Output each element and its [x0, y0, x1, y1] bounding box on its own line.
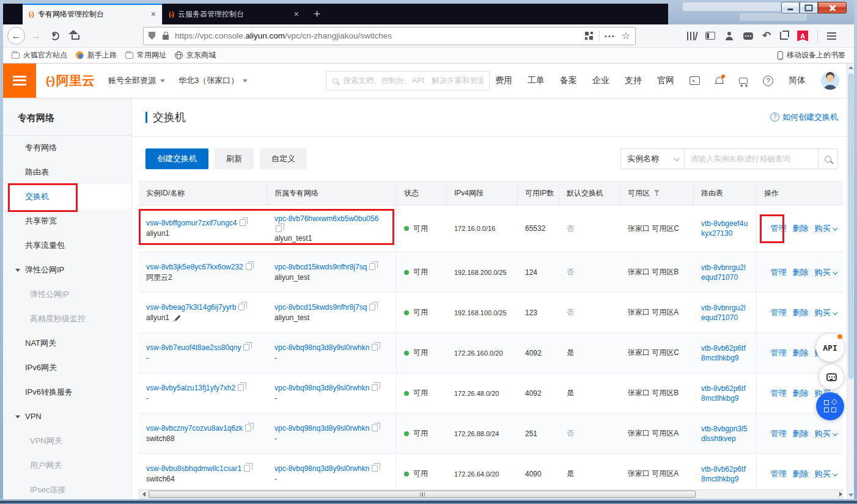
sidebar-item-ipsec[interactable]: IPsec连接 — [3, 478, 131, 502]
copy-icon[interactable] — [238, 384, 244, 391]
copy-icon[interactable] — [369, 304, 375, 310]
bookmark-item[interactable]: 京东商城 — [175, 50, 216, 60]
manage-link[interactable]: 管理 — [771, 307, 787, 318]
route-table-link[interactable]: vtb-8vbgpn3l5dlsshtkvep — [701, 424, 757, 444]
switch-id-link[interactable]: vsw-8vbffgomur7zxif7ungc4 — [146, 219, 237, 227]
copy-icon[interactable] — [245, 425, 251, 431]
nav-enterprise[interactable]: 企业 — [592, 75, 609, 86]
switch-id-link[interactable]: vsw-8vb7euof4t8ae2ss80qny — [146, 343, 241, 352]
copy-icon[interactable] — [238, 304, 245, 310]
region-dropdown[interactable]: 华北3（张家口） — [178, 75, 248, 86]
delete-link[interactable]: 删除 — [793, 348, 809, 359]
bookmark-item[interactable]: 火狐官方站点 — [12, 50, 67, 60]
route-table-link[interactable]: vtb-8vb62p6tf8mctlhkbg9 — [701, 464, 757, 484]
sidebar-item-monitoring[interactable]: 高精度秒级监控 — [3, 307, 131, 331]
copy-icon[interactable] — [246, 263, 252, 270]
back-button[interactable]: ← — [7, 27, 25, 45]
sidebar-item-ipv6-gateway[interactable]: IPv6网关 — [3, 356, 131, 380]
lock-icon[interactable] — [163, 35, 169, 40]
how-to-create-link[interactable]: ?如何创建交换机 — [770, 112, 838, 123]
copy-icon[interactable] — [240, 219, 246, 226]
copy-icon[interactable] — [372, 465, 378, 472]
account-scope-dropdown[interactable]: 账号全部资源 — [108, 75, 165, 86]
help-icon[interactable]: ? — [763, 76, 773, 86]
manage-link[interactable]: 管理 — [771, 223, 787, 234]
api-float-button[interactable]: API — [816, 334, 844, 362]
sidebar-item-customer-gateway[interactable]: 用户网关 — [3, 453, 131, 478]
scroll-up-arrow[interactable] — [848, 66, 853, 69]
copy-icon[interactable] — [244, 465, 250, 472]
manage-link[interactable]: 管理 — [771, 388, 787, 399]
scroll-left-arrow[interactable] — [139, 490, 149, 499]
delete-link[interactable]: 删除 — [793, 388, 809, 399]
user-avatar[interactable] — [821, 71, 839, 90]
aliyun-logo[interactable]: (-)阿里云 — [46, 72, 95, 89]
switch-id-link[interactable]: vsw-8vb3jk5e8yc67kx6ow232 — [146, 263, 243, 271]
sidebar-item-eip[interactable]: 弹性公网IP — [3, 282, 131, 307]
route-table-link[interactable]: vtb-8vb62p6tf8mctlhkbg9 — [701, 384, 757, 403]
route-table-link[interactable]: vtb-8vb62p6tf8mctlhkbg9 — [701, 343, 757, 363]
notifications-bell-icon[interactable] — [715, 76, 724, 86]
extension-a-icon[interactable]: A — [797, 31, 808, 42]
route-table-link[interactable]: vtb-8vbnrgu2lequd71070 — [701, 263, 757, 282]
scrollbar-thumb[interactable] — [149, 491, 696, 498]
manage-link[interactable]: 管理 — [771, 267, 787, 278]
create-switch-button[interactable]: 创建交换机 — [145, 148, 208, 169]
filter-funnel-icon[interactable] — [654, 190, 660, 196]
sidebar-item-vpc[interactable]: 专有网络 — [3, 136, 131, 160]
buy-link[interactable]: 购买 — [815, 307, 836, 318]
filter-type-select[interactable]: 实例名称 — [620, 148, 684, 169]
minimize-button[interactable] — [781, 2, 800, 13]
customize-button[interactable]: 自定义 — [260, 148, 307, 169]
tab-close-icon[interactable]: × — [151, 9, 156, 19]
wechat-icon[interactable] — [743, 32, 753, 40]
bookmark-star-icon[interactable]: ☆ — [622, 30, 630, 42]
menu-icon[interactable] — [827, 32, 836, 40]
cloudshell-icon[interactable]: >_ — [690, 76, 700, 85]
sidebar-item-switches[interactable]: 交换机 — [3, 184, 131, 209]
vpc-id-link[interactable]: vpc-8vbcd15kwds9nfhr8j7sq — [274, 303, 367, 312]
nav-billing[interactable]: 费用 — [495, 75, 512, 86]
account-icon[interactable] — [724, 32, 734, 40]
maximize-button[interactable] — [800, 2, 818, 13]
buy-link[interactable]: 购买 — [815, 267, 836, 278]
vpc-id-link[interactable]: vpc-8vbq98nq3d8y9sl0rwhkn — [274, 343, 369, 352]
copy-icon[interactable] — [243, 344, 249, 351]
vpc-id-link[interactable]: vpc-8vbq98nq3d8y9sl0rwhkn — [274, 424, 369, 433]
delete-link[interactable]: 删除 — [793, 469, 809, 480]
vpc-id-link[interactable]: vpc-8vbq98nq3d8y9sl0rwhkn — [274, 464, 369, 473]
feedback-float-button[interactable] — [819, 365, 844, 389]
apps-float-button[interactable] — [816, 392, 844, 420]
route-table-link[interactable]: vtb-8vbgeef4ukyx27130 — [701, 219, 757, 238]
delete-link[interactable]: 删除 — [793, 223, 809, 234]
refresh-button[interactable]: 刷新 — [215, 148, 254, 169]
console-search[interactable] — [326, 71, 490, 90]
switch-id-link[interactable]: vsw-8vby5alzu13fj1yfy7xh2 — [146, 384, 235, 392]
new-tab-button[interactable]: + — [305, 5, 329, 23]
switch-id-link[interactable]: vsw-8vbeag7k3l14g6ij7yyrb — [146, 303, 236, 312]
sidebar-item-route-tables[interactable]: 路由表 — [3, 160, 131, 184]
delete-link[interactable]: 删除 — [793, 267, 809, 278]
delete-link[interactable]: 删除 — [793, 428, 809, 439]
forward-button[interactable]: → — [31, 31, 41, 42]
copy-icon[interactable] — [372, 344, 378, 351]
buy-link[interactable]: 购买 — [815, 428, 836, 439]
scroll-down-arrow[interactable] — [848, 494, 853, 497]
copy-icon[interactable] — [372, 384, 378, 391]
nav-website[interactable]: 官网 — [657, 75, 674, 86]
tab-ecs-console[interactable]: (-) 云服务器管理控制台 × — [162, 4, 305, 24]
sidebar-toggle-icon[interactable] — [705, 32, 715, 40]
nav-tickets[interactable]: 工单 — [528, 75, 545, 86]
vpc-id-link[interactable]: vpc-8vbq98nq3d8y9sl0rwhkn — [274, 384, 369, 392]
library-icon[interactable] — [687, 32, 696, 40]
close-button[interactable] — [818, 2, 847, 13]
nav-support[interactable]: 支持 — [625, 75, 642, 86]
sidebar-item-ipv6-translation[interactable]: IPv6转换服务 — [3, 380, 131, 404]
route-table-link[interactable]: vtb-8vbnrgu2lequd71070 — [701, 303, 757, 323]
scroll-right-arrow[interactable] — [833, 490, 842, 499]
sidebar-item-nat-gateway[interactable]: NAT网关 — [3, 331, 131, 356]
nav-icp[interactable]: 备案 — [560, 75, 577, 86]
vpc-id-link[interactable]: vpc-8vb76hwxwm6xb5w0bu056 — [274, 214, 378, 223]
copy-icon[interactable] — [276, 225, 282, 232]
horizontal-scrollbar[interactable] — [139, 489, 843, 499]
